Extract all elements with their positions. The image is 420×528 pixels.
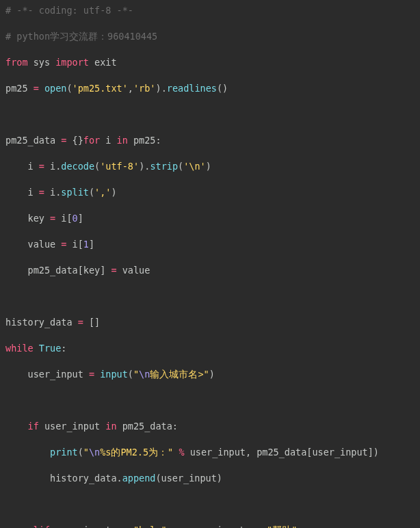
identifier: user_input, pm25_data[user_input])	[190, 447, 379, 458]
keyword-elif: elif	[5, 525, 50, 528]
keyword-for: for	[83, 135, 100, 146]
identifier: i[	[73, 239, 83, 250]
code-line: while True:	[5, 342, 415, 355]
identifier: user_input	[39, 421, 106, 432]
operator: =	[39, 187, 50, 198]
operator: =	[111, 265, 122, 276]
string: ','	[94, 187, 111, 198]
bracket: ]	[78, 213, 83, 224]
code-line: print("\n%s的PM2.5为：" % user_input, pm25_…	[5, 446, 415, 459]
string: "help"	[133, 525, 167, 528]
builtin-open: open	[44, 83, 67, 94]
builtin-print: print	[5, 447, 78, 458]
keyword-import: import	[55, 57, 89, 68]
colon: :	[297, 525, 302, 528]
colon: :	[61, 343, 66, 354]
braces: {}	[73, 135, 83, 146]
paren: )	[111, 187, 116, 198]
operator: =	[89, 369, 100, 380]
operator: %	[173, 447, 189, 458]
identifier: user_input	[5, 369, 89, 380]
identifier: i	[5, 187, 39, 198]
identifier: i.	[50, 187, 61, 198]
string: "	[133, 369, 139, 380]
operator: ==	[250, 525, 267, 528]
escape: \n	[89, 447, 100, 458]
import-name: exit	[89, 57, 117, 68]
paren: ).	[139, 161, 150, 172]
keyword-in: in	[105, 421, 116, 432]
identifier: i	[100, 135, 116, 146]
identifier: i[	[61, 213, 72, 224]
blank-line	[5, 498, 415, 511]
paren: )	[209, 369, 215, 380]
paren: (	[128, 369, 133, 380]
comment-text: # python学习交流群：960410445	[5, 31, 157, 42]
string: 'utf-8'	[100, 161, 139, 172]
code-line: i = i.split(',')	[5, 186, 415, 199]
operator: =	[61, 239, 72, 250]
string: "	[83, 447, 89, 458]
keyword-if: if	[5, 421, 39, 432]
module-name: sys	[28, 57, 56, 68]
operator: =	[50, 213, 61, 224]
paren: ()	[217, 83, 228, 94]
code-line: pm25_data = {}for i in pm25:	[5, 134, 415, 147]
comment-text: # -*- coding: utf-8 -*-	[5, 5, 133, 16]
identifier: pm25:	[128, 135, 161, 146]
string: "帮助"	[267, 525, 297, 528]
identifier: history_data.	[5, 473, 122, 484]
comma: ,	[128, 83, 133, 94]
brackets: []	[89, 317, 100, 328]
code-line: user_input = input("\n输入城市名>")	[5, 368, 415, 381]
identifier: history_data	[5, 317, 78, 328]
paren: (user_input)	[155, 473, 222, 484]
builtin-input: input	[100, 369, 128, 380]
identifier: value	[5, 239, 61, 250]
identifier: value	[122, 265, 150, 276]
paren: (	[178, 161, 183, 172]
paren: (	[94, 161, 100, 172]
code-line: history_data.append(user_input)	[5, 472, 415, 485]
paren: ).	[156, 83, 167, 94]
number: 1	[83, 239, 89, 250]
identifier: key	[5, 213, 50, 224]
identifier: pm25_data:	[117, 421, 178, 432]
identifier: i.	[50, 161, 61, 172]
blank-line	[5, 290, 415, 303]
method: decode	[61, 161, 94, 172]
operator: ==	[117, 525, 133, 528]
paren: (	[66, 83, 72, 94]
keyword-while: while	[5, 343, 39, 354]
string: 输入城市名>"	[150, 369, 209, 380]
code-line: from sys import exit	[5, 56, 415, 69]
string: 'pm25.txt'	[73, 83, 128, 94]
operator: =	[78, 317, 89, 328]
code-line: # -*- coding: utf-8 -*-	[5, 4, 415, 17]
string: '\n'	[183, 161, 206, 172]
paren: )	[206, 161, 211, 172]
paren: (	[89, 187, 94, 198]
operator: =	[61, 135, 72, 146]
code-line: # python学习交流群：960410445	[5, 30, 415, 43]
identifier: pm25	[5, 83, 34, 94]
keyword-or: or	[167, 525, 183, 528]
code-line: pm25 = open('pm25.txt','rb').readlines()	[5, 82, 415, 95]
keyword-from: from	[5, 57, 28, 68]
identifier: pm25_data[key]	[5, 265, 111, 276]
code-line: elif user_input == "help" or user_input …	[5, 524, 415, 528]
escape: \n	[139, 369, 150, 380]
method: append	[122, 473, 156, 484]
operator: =	[34, 83, 44, 94]
string: 'rb'	[133, 83, 156, 94]
code-line: pm25_data[key] = value	[5, 264, 415, 277]
blank-line	[5, 394, 415, 407]
identifier: user_input	[50, 525, 117, 528]
string: %s的PM2.5为："	[100, 447, 173, 458]
const-true: True	[39, 343, 62, 354]
code-line: history_data = []	[5, 316, 415, 329]
paren: (	[78, 447, 83, 458]
operator: =	[39, 161, 50, 172]
code-editor[interactable]: # -*- coding: utf-8 -*- # python学习交流群：96…	[0, 0, 420, 528]
bracket: ]	[89, 239, 94, 250]
